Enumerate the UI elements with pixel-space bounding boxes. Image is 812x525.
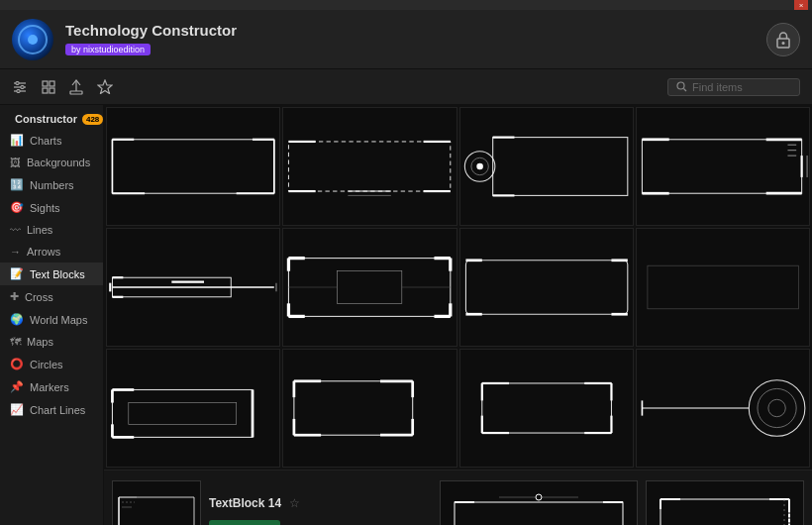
item-name-row: TextBlock 14 ☆ bbox=[209, 496, 432, 510]
grid-item-1[interactable] bbox=[106, 107, 280, 226]
frame-svg-3 bbox=[460, 108, 633, 225]
sidebar-item-markers[interactable]: 📌 Markers bbox=[0, 375, 103, 398]
sidebar-item-world-maps[interactable]: 🌍 World Maps bbox=[0, 308, 103, 331]
circles-label: Circles bbox=[30, 359, 63, 370]
preview-thumb bbox=[112, 480, 201, 526]
numbers-icon: 🔢 bbox=[10, 178, 24, 191]
frame-svg-8 bbox=[637, 229, 809, 346]
search-input[interactable] bbox=[692, 81, 791, 93]
grid-item-10[interactable] bbox=[282, 349, 457, 468]
svg-line-16 bbox=[684, 89, 687, 92]
svg-rect-82 bbox=[129, 403, 237, 425]
charts-icon: 📊 bbox=[10, 134, 24, 147]
frame-svg-7 bbox=[460, 229, 633, 346]
sidebar-item-charts[interactable]: 📊 Charts bbox=[0, 129, 103, 152]
plugin-name: Technology Constructor bbox=[65, 22, 766, 39]
sidebar-item-sights[interactable]: 🎯 Sights bbox=[0, 196, 103, 219]
main-layout: Constructor 428 📊 Charts 🖼 Backgrounds 🔢… bbox=[0, 105, 812, 525]
item-info: TextBlock 14 ☆ APPLY bbox=[209, 496, 432, 526]
grid-item-6[interactable] bbox=[282, 228, 457, 347]
world-maps-label: World Maps bbox=[30, 314, 87, 326]
svg-rect-6 bbox=[21, 85, 24, 88]
grid-item-5[interactable] bbox=[106, 228, 280, 347]
svg-point-103 bbox=[768, 399, 785, 416]
sights-icon: 🎯 bbox=[10, 201, 24, 214]
header: Technology Constructor by nixstudioediti… bbox=[0, 10, 812, 69]
export-icon bbox=[69, 79, 83, 95]
sidebar: Constructor 428 📊 Charts 🖼 Backgrounds 🔢… bbox=[0, 105, 104, 525]
sliders-button[interactable] bbox=[12, 80, 28, 94]
grid-item-4[interactable] bbox=[636, 107, 810, 226]
svg-rect-83 bbox=[294, 381, 413, 435]
grid-button[interactable] bbox=[42, 80, 55, 94]
arrows-icon: → bbox=[10, 246, 21, 258]
sidebar-item-cross[interactable]: ✚ Cross bbox=[0, 285, 103, 308]
header-title-group: Technology Constructor by nixstudioediti… bbox=[65, 22, 766, 56]
title-bar: × bbox=[0, 0, 812, 10]
sidebar-item-lines[interactable]: 〰 Lines bbox=[0, 219, 103, 241]
items-grid bbox=[104, 105, 812, 470]
svg-rect-11 bbox=[50, 88, 54, 93]
sidebar-item-backgrounds[interactable]: 🖼 Backgrounds bbox=[0, 152, 103, 173]
grid-item-2[interactable] bbox=[282, 107, 457, 226]
svg-rect-8 bbox=[43, 81, 48, 86]
frame-svg-6 bbox=[283, 229, 456, 346]
backgrounds-label: Backgrounds bbox=[27, 157, 90, 168]
svg-rect-5 bbox=[16, 81, 19, 84]
logo-inner bbox=[18, 25, 48, 54]
grid-item-3[interactable] bbox=[459, 107, 634, 226]
cross-icon: ✚ bbox=[10, 290, 19, 303]
sidebar-item-text-blocks[interactable]: 📝 Text Blocks bbox=[0, 262, 103, 285]
grid-item-9[interactable] bbox=[106, 349, 280, 468]
bottom-panel: TextBlock 14 ☆ APPLY bbox=[104, 470, 812, 525]
svg-rect-112 bbox=[455, 502, 623, 525]
grid-item-7[interactable] bbox=[459, 228, 634, 347]
grid-icon bbox=[42, 80, 55, 94]
grid-item-8[interactable] bbox=[636, 228, 810, 347]
thumb-svg bbox=[117, 487, 196, 525]
grid-item-11[interactable] bbox=[459, 349, 634, 468]
charts-label: Charts bbox=[30, 135, 61, 147]
maps-label: Maps bbox=[27, 336, 53, 348]
svg-point-102 bbox=[758, 388, 796, 427]
search-bar[interactable] bbox=[667, 78, 800, 96]
frame-svg-1 bbox=[107, 108, 279, 225]
preview-large bbox=[440, 480, 638, 526]
svg-rect-10 bbox=[43, 88, 48, 93]
search-icon bbox=[676, 81, 687, 92]
preview-right-svg bbox=[656, 487, 794, 525]
world-maps-icon: 🌍 bbox=[10, 313, 24, 326]
favorites-button[interactable] bbox=[97, 79, 113, 94]
sidebar-item-chart-lines[interactable]: 📈 Chart Lines bbox=[0, 398, 103, 421]
frame-svg-4 bbox=[637, 108, 809, 225]
svg-rect-13 bbox=[70, 91, 82, 94]
lines-icon: 〰 bbox=[10, 224, 21, 236]
text-blocks-icon: 📝 bbox=[10, 267, 24, 280]
close-button[interactable]: × bbox=[794, 0, 808, 10]
svg-rect-35 bbox=[492, 138, 627, 196]
svg-point-38 bbox=[476, 163, 483, 170]
sidebar-item-maps[interactable]: 🗺 Maps bbox=[0, 331, 103, 353]
sidebar-item-arrows[interactable]: → Arrows bbox=[0, 241, 103, 262]
svg-rect-28 bbox=[289, 142, 451, 191]
maps-icon: 🗺 bbox=[10, 336, 21, 348]
star-icon bbox=[97, 79, 113, 94]
lines-label: Lines bbox=[27, 224, 52, 236]
text-blocks-label: Text Blocks bbox=[30, 268, 85, 280]
svg-point-1 bbox=[782, 42, 785, 45]
sidebar-item-circles[interactable]: ⭕ Circles bbox=[0, 353, 103, 375]
sidebar-item-numbers[interactable]: 🔢 Numbers bbox=[0, 173, 103, 196]
svg-rect-70 bbox=[465, 261, 627, 314]
svg-rect-120 bbox=[660, 499, 789, 525]
svg-rect-67 bbox=[338, 271, 402, 304]
toolbar bbox=[0, 69, 812, 105]
publisher-badge: by nixstudioedition bbox=[65, 44, 151, 55]
avatar-button[interactable] bbox=[766, 23, 800, 56]
arrows-label: Arrows bbox=[27, 246, 60, 258]
export-button[interactable] bbox=[69, 79, 83, 95]
grid-item-12[interactable] bbox=[636, 349, 810, 468]
apply-button[interactable]: APPLY bbox=[209, 520, 280, 526]
sidebar-header: Constructor 428 bbox=[0, 105, 103, 129]
sights-label: Sights bbox=[30, 202, 60, 214]
favorite-star-icon[interactable]: ☆ bbox=[289, 496, 300, 510]
